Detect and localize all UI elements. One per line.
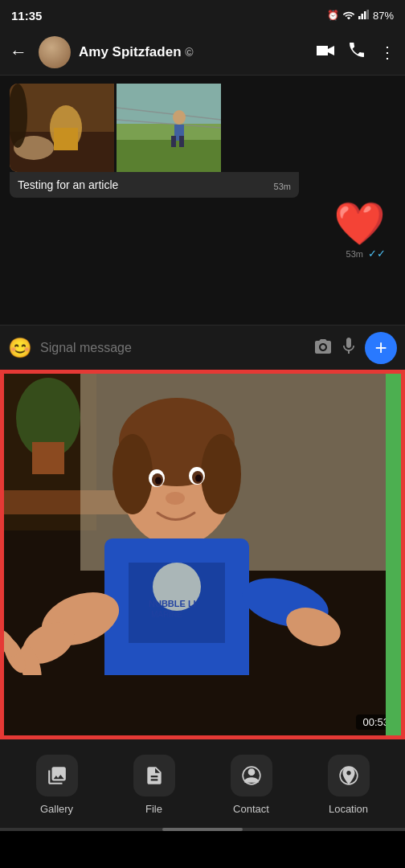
gallery-label: Gallery — [40, 803, 73, 815]
file-button[interactable]: File — [105, 755, 202, 815]
caption-text: Testing for an article — [18, 178, 118, 191]
image-right[interactable] — [117, 84, 221, 172]
green-strip — [386, 370, 405, 739]
signal-bars-icon — [358, 10, 370, 22]
input-bar: 😊 + — [0, 325, 405, 370]
svg-rect-7 — [54, 128, 78, 150]
file-icon — [144, 765, 165, 786]
contact-icon-wrap — [231, 755, 272, 796]
attachment-menu: Gallery File Contact Location — [0, 739, 405, 828]
svg-point-33 — [155, 477, 162, 485]
svg-rect-1 — [361, 14, 363, 19]
gallery-icon — [47, 765, 68, 786]
svg-point-15 — [173, 110, 186, 125]
battery-text: 87% — [373, 10, 394, 22]
message-input[interactable] — [40, 341, 305, 355]
gallery-button[interactable]: Gallery — [8, 755, 105, 815]
heart-time-row: 53m ✓✓ — [10, 248, 386, 260]
svg-rect-22 — [32, 442, 64, 474]
message-time: 53m — [274, 182, 291, 191]
verified-icon: © — [185, 46, 193, 59]
status-icons: ⏰ 87% — [327, 10, 394, 22]
location-icon-wrap — [328, 755, 370, 796]
plus-button[interactable]: + — [365, 332, 397, 364]
bottom-bar — [0, 828, 405, 831]
received-message: Testing for an article 53m — [10, 84, 299, 198]
read-receipt-icon: ✓✓ — [368, 248, 386, 260]
message-caption: Testing for an article 53m — [10, 172, 299, 198]
video-call-button[interactable] — [317, 43, 334, 61]
contact-label: Contact — [233, 803, 269, 815]
svg-point-35 — [166, 492, 185, 505]
alarm-icon: ⏰ — [327, 10, 339, 21]
file-label: File — [145, 803, 162, 815]
header-actions: ⋮ — [317, 42, 395, 62]
image-left[interactable] — [10, 84, 114, 172]
reaction-time: 53m — [346, 249, 363, 259]
svg-point-28 — [201, 434, 241, 514]
svg-rect-11 — [117, 140, 221, 172]
svg-rect-18 — [179, 136, 184, 147]
gallery-icon-wrap — [36, 755, 78, 796]
svg-text:NUBBLE LI: NUBBLE LI — [149, 599, 196, 608]
file-icon-wrap — [133, 755, 175, 796]
status-time: 11:35 — [11, 9, 42, 23]
more-options-button[interactable]: ⋮ — [379, 43, 395, 62]
contact-icon — [241, 765, 262, 786]
location-icon — [338, 765, 359, 786]
svg-rect-48 — [0, 675, 386, 739]
svg-rect-2 — [364, 11, 366, 19]
contact-button[interactable]: Contact — [202, 755, 300, 815]
svg-point-27 — [112, 434, 153, 514]
svg-point-34 — [195, 475, 202, 482]
heart-reaction-container: ❤️ — [10, 203, 386, 244]
contact-name[interactable]: Amy Spitzfaden © — [79, 44, 309, 60]
chat-area: Testing for an article 53m ❤️ 53m ✓✓ — [0, 76, 405, 325]
heart-emoji: ❤️ — [333, 203, 386, 244]
status-bar: 11:35 ⏰ 87% — [0, 0, 405, 29]
back-button[interactable]: ← — [10, 42, 27, 63]
phone-call-button[interactable] — [349, 42, 365, 62]
camera-button[interactable] — [313, 338, 333, 358]
location-button[interactable]: Location — [300, 755, 397, 815]
home-indicator — [162, 828, 243, 831]
svg-text:MARINE: MARINE — [151, 610, 182, 619]
avatar — [39, 36, 71, 68]
emoji-button[interactable]: 😊 — [8, 337, 32, 359]
child-photo: NUBBLE LI MARINE — [0, 370, 386, 739]
microphone-button[interactable] — [341, 336, 357, 360]
svg-rect-3 — [366, 10, 369, 19]
svg-rect-17 — [171, 136, 176, 147]
chat-header: ← Amy Spitzfaden © ⋮ — [0, 29, 405, 76]
message-images[interactable] — [10, 84, 299, 172]
wifi-icon — [342, 10, 355, 22]
svg-rect-0 — [358, 16, 361, 19]
media-panel[interactable]: NUBBLE LI MARINE 00:53 — [0, 370, 405, 739]
location-label: Location — [329, 803, 368, 815]
